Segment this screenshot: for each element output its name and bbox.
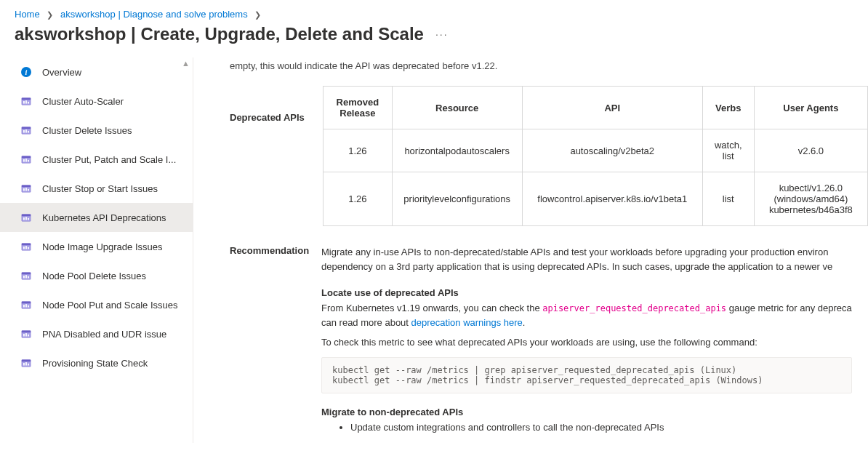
sidebar-item-label: Cluster Put, Patch and Scale I... xyxy=(42,154,176,165)
resource-icon xyxy=(20,125,32,135)
deprecated-apis-table: Removed Release Resource API Verbs User … xyxy=(323,86,868,226)
info-icon: i xyxy=(20,67,32,77)
col-resource: Resource xyxy=(392,87,522,129)
resource-icon xyxy=(21,212,31,223)
resource-icon xyxy=(21,241,31,252)
cell-verbs: watch, list xyxy=(702,129,754,172)
sidebar-item-cluster-put-patch-and-scale-i[interactable]: Cluster Put, Patch and Scale I... xyxy=(0,145,193,174)
resource-icon xyxy=(21,96,31,106)
svg-rect-13 xyxy=(25,159,27,161)
sidebar-item-cluster-delete-issues[interactable]: Cluster Delete Issues xyxy=(0,116,193,145)
sidebar-item-label: PNA Disabled and UDR issue xyxy=(42,329,166,340)
sidebar-item-kubernetes-api-deprecations[interactable]: Kubernetes API Deprecations xyxy=(0,203,193,232)
chevron-right-icon: ❯ xyxy=(250,10,265,19)
svg-rect-7 xyxy=(23,130,25,133)
sidebar-item-cluster-auto-scaler[interactable]: Cluster Auto-Scaler xyxy=(0,87,193,116)
cell-api: flowcontrol.apiserver.k8s.io/v1beta1 xyxy=(522,172,702,226)
cell-removed: 1.26 xyxy=(324,129,393,172)
bullet-item: Update custom integrations and controlle… xyxy=(350,420,852,434)
cell-api: autoscaling/v2beta2 xyxy=(522,129,702,172)
breadcrumb-home[interactable]: Home xyxy=(15,9,40,20)
recommendation-body: Migrate any in-use APIs to non-deprecate… xyxy=(321,245,852,434)
svg-rect-29 xyxy=(28,247,29,249)
resource-icon xyxy=(20,183,32,193)
sidebar-item-label: Node Pool Put and Scale Issues xyxy=(42,300,177,311)
content-pane: empty, this would indicate the API was d… xyxy=(193,57,868,443)
sidebar-item-cluster-stop-or-start-issues[interactable]: Cluster Stop or Start Issues xyxy=(0,174,193,203)
sidebar-item-label: Kubernetes API Deprecations xyxy=(42,212,166,223)
svg-rect-32 xyxy=(23,276,25,279)
locate-heading: Locate use of deprecated APIs xyxy=(321,287,852,298)
sidebar-item-provisioning-state-check[interactable]: Provisioning State Check xyxy=(0,348,193,377)
sidebar-item-label: Cluster Stop or Start Issues xyxy=(42,183,158,194)
svg-rect-26 xyxy=(22,244,31,246)
svg-rect-21 xyxy=(22,215,31,217)
svg-rect-14 xyxy=(28,160,29,162)
svg-rect-47 xyxy=(23,363,25,366)
deprecation-warnings-link[interactable]: deprecation warnings here xyxy=(411,317,523,328)
cell-removed: 1.26 xyxy=(324,172,393,226)
svg-rect-41 xyxy=(22,331,31,333)
svg-rect-11 xyxy=(22,156,31,159)
sidebar-item-label: Node Image Upgrade Issues xyxy=(42,241,162,252)
sidebar-item-node-pool-put-and-scale-issues[interactable]: Node Pool Put and Scale Issues xyxy=(0,290,193,319)
resource-icon xyxy=(20,271,32,281)
migrate-bullets: Update custom integrations and controlle… xyxy=(321,420,852,434)
cell-ua: v2.6.0 xyxy=(754,129,867,172)
sidebar-item-overview[interactable]: iOverview xyxy=(0,57,193,87)
sidebar-item-pna-disabled-and-udr-issue[interactable]: PNA Disabled and UDR issue xyxy=(0,319,193,348)
table-caption: Deprecated APIs xyxy=(230,86,321,123)
sidebar-item-label: Cluster Delete Issues xyxy=(42,125,132,136)
resource-icon xyxy=(21,125,31,135)
resource-icon xyxy=(21,300,31,310)
svg-rect-16 xyxy=(22,185,31,188)
locate-p-pre: From Kubernetes v1.19 onwards, you can c… xyxy=(321,303,542,313)
svg-rect-42 xyxy=(23,334,25,337)
svg-rect-38 xyxy=(25,304,27,307)
sidebar-item-node-pool-delete-issues[interactable]: Node Pool Delete Issues xyxy=(0,261,193,290)
resource-icon xyxy=(20,212,32,223)
svg-rect-4 xyxy=(28,102,29,104)
reco-summary-b: dependency on a 3rd party application th… xyxy=(321,261,832,272)
check-p: To check this metric to see what depreca… xyxy=(321,335,852,350)
resource-icon xyxy=(21,271,31,281)
svg-rect-34 xyxy=(28,276,29,279)
resource-icon xyxy=(20,329,32,339)
migrate-heading: Migrate to non-deprecated APIs xyxy=(321,407,852,417)
metric-code: apiserver_requested_deprecated_apis xyxy=(542,303,726,313)
page-title: aksworkshop | Create, Upgrade, Delete an… xyxy=(15,24,424,44)
reco-summary-a: Migrate any in-use APIs to non-deprecate… xyxy=(321,247,828,257)
svg-rect-27 xyxy=(23,247,25,249)
svg-rect-8 xyxy=(25,129,27,132)
svg-rect-2 xyxy=(23,101,25,104)
table-row: 1.26horizontalpodautoscalersautoscaling/… xyxy=(324,129,868,172)
svg-rect-23 xyxy=(25,217,27,220)
col-verbs: Verbs xyxy=(702,87,754,129)
svg-rect-49 xyxy=(28,364,29,366)
scroll-up-icon[interactable]: ▲ xyxy=(182,59,190,68)
sidebar-item-node-image-upgrade-issues[interactable]: Node Image Upgrade Issues xyxy=(0,232,193,261)
svg-rect-18 xyxy=(25,188,27,191)
svg-rect-46 xyxy=(22,360,31,362)
resource-icon xyxy=(20,154,32,164)
code-block: kubectl get --raw /metrics | grep apiser… xyxy=(321,357,852,393)
svg-rect-22 xyxy=(23,217,25,220)
more-button[interactable]: ··· xyxy=(433,25,451,43)
resource-icon xyxy=(21,183,31,193)
chevron-right-icon: ❯ xyxy=(42,10,57,19)
svg-rect-36 xyxy=(22,302,31,304)
svg-rect-43 xyxy=(25,333,27,336)
svg-rect-37 xyxy=(23,305,25,308)
cell-verbs: list xyxy=(702,172,754,226)
svg-rect-31 xyxy=(22,273,31,275)
resource-icon xyxy=(20,358,32,368)
title-row: aksworkshop | Create, Upgrade, Delete an… xyxy=(0,24,868,57)
resource-icon xyxy=(21,358,31,368)
table-row: 1.26prioritylevelconfigurationsflowcontr… xyxy=(324,172,868,226)
svg-rect-1 xyxy=(22,98,31,100)
resource-icon xyxy=(20,241,32,252)
locate-p-post: gauge metric for any depreca xyxy=(729,303,852,313)
svg-rect-3 xyxy=(25,100,27,103)
sidebar-item-label: Node Pool Delete Issues xyxy=(42,271,146,281)
breadcrumb-level1[interactable]: aksworkshop | Diagnose and solve problem… xyxy=(60,9,248,20)
